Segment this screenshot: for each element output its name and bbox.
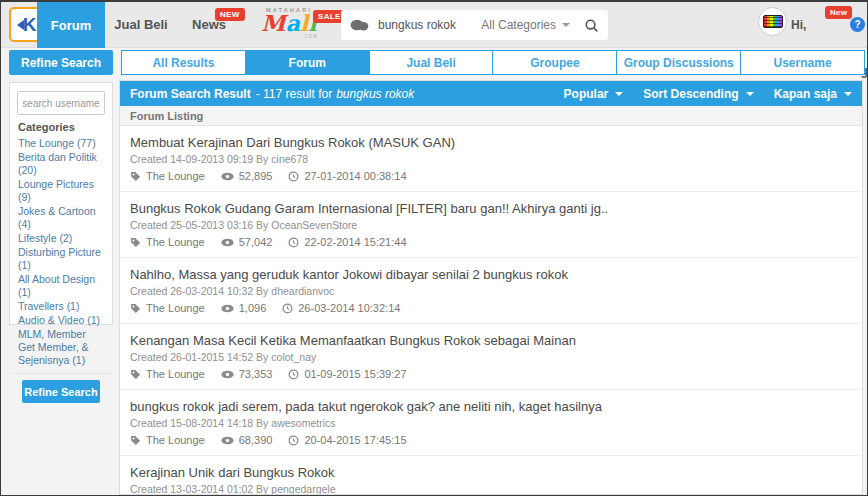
category-link-mlm[interactable]: MLM, Member Get Member, & Sejenisnya (1) [10,328,112,367]
thread-created-line: Created 25-05-2013 03:16 By OceanSevenSt… [130,219,852,231]
forum-listing-heading: Forum Listing [120,106,862,126]
category-link-travellers[interactable]: Travellers (1) [10,300,112,313]
thread-row: Nahlho, Massa yang geruduk kantor Jokowi… [120,258,862,324]
thread-views: 68,390 [239,434,273,446]
category-link-audio-video[interactable]: Audio & Video (1) [10,314,112,327]
thread-author: dheardianvoc [271,285,334,297]
thread-author: colot_nay [271,351,316,363]
clock-icon [288,237,299,248]
kaskus-logo-letter: K [23,14,37,36]
chevron-down-icon [562,23,570,27]
thread-last-post: 20-04-2015 17:45:15 [304,434,406,446]
sidebar-divider [10,373,112,374]
chevron-down-icon [844,92,852,96]
thread-row: Kenangan Masa Kecil Ketika Memanfaatkan … [120,324,862,390]
thread-created-line: Created 14-09-2013 09:19 By cine678 [130,153,852,165]
filter-sort-descending[interactable]: Sort Descending [643,87,753,101]
clock-icon [288,435,299,446]
thread-title[interactable]: Nahlho, Massa yang geruduk kantor Jokowi… [130,267,852,282]
category-link-all-about-design[interactable]: All About Design (1) [10,273,112,299]
news-new-badge: NEW [215,8,245,21]
username-search-input[interactable] [17,91,105,115]
mataharimall-logo[interactable]: MATAHARI Mall .COM [260,7,318,45]
category-link-lounge-pictures[interactable]: Lounge Pictures (9) [10,178,112,204]
result-filters: Popular Sort Descending Kapan saja [564,87,852,101]
filter-popular[interactable]: Popular [564,87,624,101]
results-panel: Forum Search Result - 117 result for bun… [119,80,863,495]
thread-created-line: Created 26-01-2015 14:52 By colot_nay [130,351,852,363]
thread-views: 1,096 [239,302,267,314]
result-summary: - 117 result for [256,87,332,101]
thread-category[interactable]: The Lounge [146,302,205,314]
tab-all-results[interactable]: All Results [121,50,246,75]
category-link-the-lounge[interactable]: The Lounge (77) [10,137,112,150]
thread-last-post: 22-02-2014 15:21:44 [304,236,406,248]
thread-author: OceanSevenStore [271,219,357,231]
thread-meta: The Lounge 68,390 20-04-2015 17:45:15 [130,434,852,446]
search-icon [584,18,599,33]
refine-search-button-top[interactable]: Refine Search [9,50,113,75]
tab-groupee[interactable]: Groupee [492,50,617,75]
thread-views: 73,353 [239,368,273,380]
thread-title[interactable]: Bungkus Rokok Gudang Garam Internasional… [130,201,852,216]
help-icon[interactable]: ? [850,17,865,32]
thread-views: 52,895 [239,170,273,182]
thread-last-post: 26-03-2014 10:32:14 [298,302,400,314]
search-input[interactable] [378,18,481,32]
thread-title[interactable]: Kerajinan Unik dari Bungkus Rokok [130,465,852,480]
category-link-berita-dan-politik[interactable]: Berita dan Politik (20) [10,151,112,177]
category-link-jokes-cartoon[interactable]: Jokes & Cartoon (4) [10,205,112,231]
user-avatar[interactable] [758,7,787,36]
nav-item-forum[interactable]: Forum [37,2,105,48]
tab-username[interactable]: Username [740,50,865,75]
user-new-badge: New [825,6,852,19]
eye-icon [221,304,234,313]
global-search-bar: All Categories [341,10,608,40]
top-header: K Forum Jual Beli News NEW MATAHARI Mall… [1,2,867,48]
tab-forum[interactable]: Forum [245,50,370,75]
thread-title[interactable]: Kenangan Masa Kecil Ketika Memanfaatkan … [130,333,852,348]
eye-icon [221,436,234,445]
tab-jual-beli[interactable]: Jual Beli [369,50,494,75]
filter-kapan-saja[interactable]: Kapan saja [774,87,852,101]
thread-category[interactable]: The Lounge [146,434,205,446]
thread-category[interactable]: The Lounge [146,170,205,182]
thread-category[interactable]: The Lounge [146,368,205,380]
eye-icon [221,370,234,379]
refine-search-button[interactable]: Refine Search [22,380,100,403]
thread-created-line: Created 15-08-2014 14:18 By awesometrics [130,417,852,429]
tag-icon [130,237,141,248]
category-link-disturbing-picture[interactable]: Disturbing Picture (1) [10,246,112,272]
search-mode-icon[interactable] [350,19,369,32]
category-link-lifestyle[interactable]: Lifestyle (2) [10,232,112,245]
thread-meta: The Lounge 52,895 27-01-2014 00:38:14 [130,170,852,182]
eye-icon [221,172,234,181]
refine-sidebar: Categories The Lounge (77) Berita dan Po… [9,82,113,325]
tag-icon [130,303,141,314]
thread-author: pengedargele [271,483,335,495]
thread-author: awesometrics [271,417,335,429]
thread-meta: The Lounge 1,096 26-03-2014 10:32:14 [130,302,852,314]
nav-item-jual-beli[interactable]: Jual Beli [105,2,177,48]
tab-group-discussions[interactable]: Group Discussions [616,50,741,75]
category-dropdown[interactable]: All Categories [481,18,570,32]
thread-meta: The Lounge 73,353 01-09-2015 15:39:27 [130,368,852,380]
result-query: bungkus rokok [336,87,414,101]
tag-icon [130,369,141,380]
clock-icon [288,171,299,182]
chevron-down-icon [615,92,623,96]
thread-row: bungkus rokok jadi serem, pada takut nge… [120,390,862,456]
thread-title[interactable]: bungkus rokok jadi serem, pada takut nge… [130,399,852,414]
thread-category[interactable]: The Lounge [146,236,205,248]
thread-author: cine678 [271,153,308,165]
eye-icon [221,238,234,247]
search-button[interactable] [584,18,599,33]
chevron-down-icon [746,92,754,96]
thread-title[interactable]: Membuat Kerajinan Dari Bungkus Rokok (MA… [130,135,852,150]
result-title: Forum Search Result [130,87,251,101]
clock-icon [282,303,293,314]
thread-row: Bungkus Rokok Gudang Garam Internasional… [120,192,862,258]
thread-last-post: 01-09-2015 15:39:27 [304,368,406,380]
mataharimall-script: Mall [260,12,318,34]
clock-icon [288,369,299,380]
